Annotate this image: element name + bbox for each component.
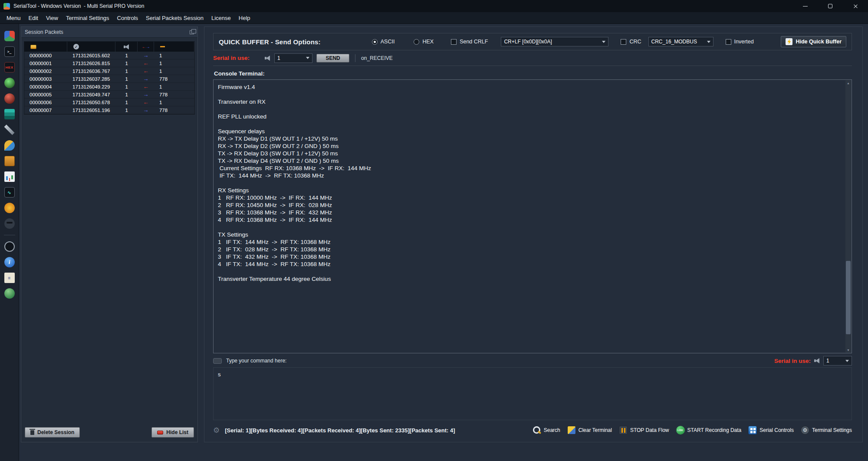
close-button[interactable]: [843, 0, 868, 12]
menu-item-menu[interactable]: Menu: [3, 13, 25, 23]
menu-item-help[interactable]: Help: [235, 13, 254, 23]
terminal-settings-icon: [801, 426, 809, 435]
column-header-3[interactable]: [138, 42, 154, 52]
layers-icon[interactable]: [4, 109, 15, 119]
close-icon: [853, 4, 858, 9]
delete-session-button[interactable]: Delete Session: [25, 427, 80, 438]
compass-icon[interactable]: [4, 241, 15, 252]
titlebar: SerialTool - Windows Version - Multi Ser…: [0, 0, 868, 12]
vertical-separator: [355, 54, 355, 62]
app-icon: [3, 3, 10, 10]
packet-id: 00000004: [24, 84, 67, 89]
crlf-select[interactable]: CR+LF [0x0D][0x0A]: [501, 37, 608, 46]
command-serial-select[interactable]: 1: [823, 356, 852, 366]
command-input[interactable]: s: [213, 367, 852, 420]
ascii-radio[interactable]: ASCII: [372, 39, 395, 45]
app-tools-icon[interactable]: [4, 31, 15, 41]
hide-list-button[interactable]: Hide List: [151, 427, 194, 438]
stop-data-flow-icon: [619, 426, 628, 435]
scrollbar-thumb[interactable]: [846, 261, 851, 334]
sphere-icon[interactable]: [4, 93, 15, 104]
serial-select[interactable]: 1: [274, 53, 312, 63]
column-header-1[interactable]: [67, 42, 115, 52]
minimize-button[interactable]: [792, 0, 818, 12]
column-header-4[interactable]: [154, 42, 194, 52]
session-footer: Delete Session Hide List: [21, 424, 197, 442]
sidebar: >_HEX∿i≡: [0, 24, 19, 461]
serial-in-use-label: Serial in use:: [213, 55, 250, 61]
matrix-icon[interactable]: [4, 78, 15, 88]
serial-in-use-label: Serial in use:: [774, 358, 811, 364]
clipboard-icon[interactable]: [4, 156, 15, 166]
packet-serial: 1: [115, 76, 138, 82]
menu-item-controls[interactable]: Controls: [113, 13, 142, 23]
packet-serial: 1: [115, 69, 138, 74]
session-packets-panel: Session Packets 000000001713126015.6021→…: [21, 26, 198, 442]
minimize-icon: [803, 6, 808, 7]
packet-direction-arrow: →: [138, 76, 154, 82]
packet-direction-arrow: ←: [138, 84, 154, 89]
menu-item-edit[interactable]: Edit: [25, 13, 42, 23]
crc-select[interactable]: CRC_16_MODBUS: [648, 37, 713, 46]
packet-row[interactable]: 000000051713126049.7471→778: [24, 91, 194, 99]
session-panel-title: Session Packets: [25, 29, 63, 35]
terminal-settings-button[interactable]: Terminal Settings: [801, 426, 852, 435]
clear-terminal-button[interactable]: Clear Terminal: [567, 426, 612, 435]
search-button[interactable]: Search: [533, 426, 560, 435]
scroll-down-icon[interactable]: [845, 347, 851, 352]
packet-timestamp: 1713126026.815: [67, 61, 115, 66]
menu-item-view[interactable]: View: [42, 13, 62, 23]
menu-item-terminal-settings[interactable]: Terminal Settings: [62, 13, 113, 23]
scrollbar-track[interactable]: [845, 86, 851, 347]
send-crlf-checkbox[interactable]: Send CRLF: [451, 39, 488, 45]
packet-row[interactable]: 000000011713126026.8151←1: [24, 59, 194, 67]
serial-controls-button[interactable]: Serial Controls: [748, 426, 794, 435]
send-button[interactable]: SEND: [316, 54, 349, 63]
packet-bytes: 1: [154, 69, 194, 74]
crc-checkbox[interactable]: CRC: [621, 39, 641, 45]
inverted-checkbox[interactable]: Inverted: [726, 39, 754, 45]
chevron-down-icon: [602, 41, 605, 43]
notes-icon[interactable]: ≡: [4, 273, 15, 283]
gear-burst-icon[interactable]: [4, 203, 15, 213]
packet-row[interactable]: 000000001713126015.6021→1: [24, 52, 194, 59]
packet-row[interactable]: 000000031713126037.2851→778: [24, 75, 194, 83]
column-header-2[interactable]: [115, 42, 138, 52]
command-serial-select-value: 1: [826, 358, 829, 364]
packet-row[interactable]: 000000041713126049.2291←1: [24, 83, 194, 91]
inverted-label: Inverted: [734, 39, 754, 45]
packet-row[interactable]: 000000071713126051.1961→778: [24, 106, 194, 114]
stop-data-flow-button[interactable]: STOP Data Flow: [619, 426, 669, 435]
maximize-button[interactable]: [818, 0, 843, 12]
chart-icon[interactable]: [4, 171, 15, 182]
globe-icon[interactable]: [4, 288, 15, 299]
terminal-panel-icon[interactable]: >_: [4, 46, 15, 57]
menu-item-license[interactable]: License: [207, 13, 235, 23]
packet-row[interactable]: 000000061713126050.6781←1: [24, 99, 194, 106]
hex-radio[interactable]: HEX: [414, 39, 434, 45]
send-crlf-label: Send CRLF: [460, 39, 488, 45]
packet-row[interactable]: 000000021713126036.7671←1: [24, 67, 194, 75]
popout-icon[interactable]: [190, 30, 194, 34]
hide-quick-buffer-button[interactable]: Hide Quick Buffer: [781, 36, 846, 47]
speaker-icon: [265, 56, 270, 61]
terminal-box: Firmware v1.4 Transverter on RX REF PLL …: [213, 79, 852, 353]
packet-bytes: 778: [154, 108, 194, 113]
terminal-output[interactable]: Firmware v1.4 Transverter on RX REF PLL …: [218, 83, 840, 283]
column-header-0[interactable]: [24, 42, 67, 52]
chevron-down-icon: [845, 360, 849, 362]
chat-icon[interactable]: [4, 140, 15, 151]
scroll-up-icon[interactable]: [845, 80, 851, 86]
ascii-label: ASCII: [381, 39, 395, 45]
spy-icon[interactable]: [4, 218, 15, 229]
graph-icon[interactable]: ∿: [4, 187, 15, 198]
terminal-scrollbar[interactable]: [845, 80, 851, 352]
start-recording-button[interactable]: START Recording Data: [676, 426, 742, 435]
menu-item-serial-packets-session[interactable]: Serial Packets Session: [142, 13, 207, 23]
packet-id: 00000007: [24, 108, 67, 113]
hex-icon[interactable]: HEX: [4, 62, 15, 72]
packet-bytes: 1: [154, 61, 194, 66]
wrench-icon[interactable]: [4, 125, 15, 135]
info-icon[interactable]: i: [4, 257, 15, 267]
inverted-checkbox-box: [726, 39, 731, 45]
